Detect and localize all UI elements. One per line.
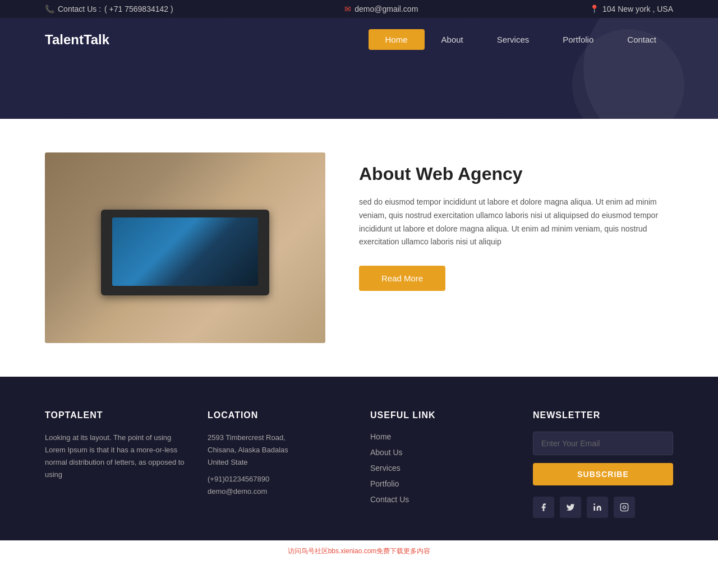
footer-link-services-anchor[interactable]: Services	[370, 464, 401, 473]
about-heading: About Web Agency	[359, 164, 673, 184]
social-icons	[533, 497, 673, 518]
footer-newsletter-title: NEWSLETTER	[533, 410, 673, 420]
footer-link-contact-anchor[interactable]: Contact Us	[370, 495, 409, 504]
footer-link-services[interactable]: Services	[370, 463, 510, 473]
footer-location-email: demo@demo.com	[208, 485, 348, 498]
linkedin-icon[interactable]	[587, 497, 608, 518]
location-icon: 📍	[590, 4, 599, 13]
about-text-block: About Web Agency sed do eiusmod tempor i…	[359, 152, 673, 291]
hero-section: TalentTalk Home About Services Portfolio…	[0, 18, 718, 119]
watermark-text: 访问鸟号社区bbs.xieniao.com免费下载更多内容	[288, 547, 431, 555]
footer-col-newsletter: NEWSLETTER SUBSCRIBE	[533, 410, 673, 518]
footer-address-line2: Chisana, Alaska Badalas	[208, 444, 348, 456]
footer-link-about-anchor[interactable]: About Us	[370, 448, 403, 457]
about-body: sed do eiusmod tempor incididunt ut labo…	[359, 196, 673, 249]
brand-logo[interactable]: TalentTalk	[45, 32, 109, 48]
facebook-icon[interactable]	[533, 497, 554, 518]
nav-link-services[interactable]: Services	[480, 29, 546, 50]
main-content: About Web Agency sed do eiusmod tempor i…	[0, 119, 718, 377]
footer-col-links: USEFUL LINK Home About Us Services Portf…	[370, 410, 510, 518]
nav-links: Home About Services Portfolio Contact	[369, 29, 673, 50]
footer-link-portfolio[interactable]: Portfolio	[370, 479, 510, 489]
nav-link-contact[interactable]: Contact	[610, 29, 673, 50]
nav-item-services[interactable]: Services	[480, 29, 546, 50]
footer-col-toptalent: TOPTALENT Looking at its layout. The poi…	[45, 410, 185, 518]
watermark: 访问鸟号社区bbs.xieniao.com免费下载更多内容	[0, 540, 718, 562]
svg-point-0	[593, 503, 595, 505]
nav-item-contact[interactable]: Contact	[610, 29, 673, 50]
nav-link-home[interactable]: Home	[369, 29, 425, 50]
svg-rect-1	[620, 503, 628, 511]
footer-links-list: Home About Us Services Portfolio Contact…	[370, 432, 510, 504]
footer-col-location: LOCATION 2593 Timbercrest Road, Chisana,…	[208, 410, 348, 518]
navbar: TalentTalk Home About Services Portfolio…	[0, 18, 718, 61]
footer-location-title: LOCATION	[208, 410, 348, 420]
footer-address-line1: 2593 Timbercrest Road,	[208, 432, 348, 444]
nav-item-about[interactable]: About	[425, 29, 480, 50]
footer-link-home[interactable]: Home	[370, 432, 510, 442]
newsletter-email-input[interactable]	[533, 432, 673, 455]
phone-icon: 📞	[45, 4, 54, 13]
contact-address: 📍 104 New york , USA	[590, 4, 673, 13]
about-image-inner	[45, 152, 325, 343]
footer-toptalent-title: TOPTALENT	[45, 410, 185, 420]
twitter-icon[interactable]	[560, 497, 581, 518]
about-image	[45, 152, 325, 343]
nav-link-portfolio[interactable]: Portfolio	[546, 29, 610, 50]
email-icon: ✉	[344, 4, 351, 13]
nav-item-home[interactable]: Home	[369, 29, 425, 50]
contact-phone: 📞 Contact Us : ( +71 7569834142 )	[45, 4, 173, 13]
footer-link-about[interactable]: About Us	[370, 447, 510, 457]
instagram-icon[interactable]	[614, 497, 635, 518]
read-more-button[interactable]: Read More	[359, 266, 445, 291]
footer-location-phone: (+91)01234567890	[208, 473, 348, 485]
footer-link-contact[interactable]: Contact Us	[370, 494, 510, 504]
footer-link-portfolio-anchor[interactable]: Portfolio	[370, 479, 399, 488]
nav-link-about[interactable]: About	[425, 29, 480, 50]
nav-item-portfolio[interactable]: Portfolio	[546, 29, 610, 50]
footer: TOPTALENT Looking at its layout. The poi…	[0, 377, 718, 540]
footer-location-details: 2593 Timbercrest Road, Chisana, Alaska B…	[208, 432, 348, 498]
top-bar: 📞 Contact Us : ( +71 7569834142 ) ✉ demo…	[0, 0, 718, 18]
footer-toptalent-text: Looking at its layout. The point of usin…	[45, 432, 185, 481]
subscribe-button[interactable]: SUBSCRIBE	[533, 463, 673, 485]
contact-email: ✉ demo@gmail.com	[344, 4, 418, 13]
footer-link-home-anchor[interactable]: Home	[370, 432, 391, 441]
footer-address-line3: United State	[208, 456, 348, 469]
footer-links-title: USEFUL LINK	[370, 410, 510, 420]
